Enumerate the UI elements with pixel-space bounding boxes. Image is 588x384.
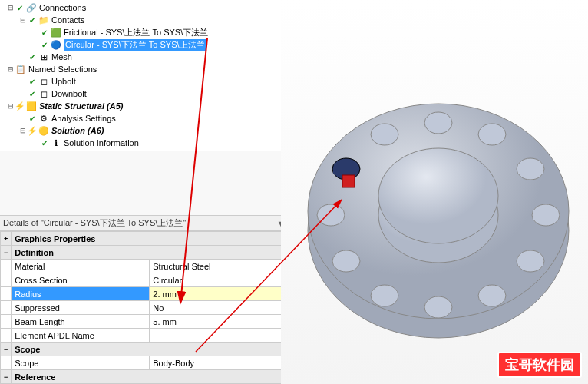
prop-label: Radius [12, 287, 150, 301]
selection-icon: ◻ [38, 88, 49, 99]
tree-label: Connections [39, 3, 86, 12]
tree-connections[interactable]: 🔗 Connections [0, 2, 322, 14]
tree-mesh[interactable]: ⊞ Mesh [0, 51, 322, 63]
row-radius[interactable]: Radius 2. mm [1, 287, 311, 301]
row-element-apdl[interactable]: Element APDL Name [1, 329, 311, 343]
svg-point-7 [532, 204, 560, 226]
details-title: Details of "Circular - SYS\下法兰 To SYS\上法… [3, 217, 276, 229]
selection-icon: ◻ [38, 76, 49, 87]
status-icon: ⚡ [28, 126, 37, 135]
selection-marker-icon [342, 175, 355, 187]
beam-icon: 🔵 [51, 39, 61, 50]
tree-solution-info[interactable]: ℹ Solution Information [0, 137, 322, 149]
section-label: Reference [12, 370, 311, 384]
check-icon [40, 138, 49, 147]
tree-analysis-settings[interactable]: ⚙ Analysis Settings [0, 112, 322, 124]
details-panel: Details of "Circular - SYS\下法兰 To SYS\上法… [0, 215, 311, 384]
svg-point-5 [478, 124, 506, 145]
section-label: Definition [12, 246, 311, 260]
section-label: Graphics Properties [12, 232, 311, 246]
tree-downbolt[interactable]: ◻ Downbolt [0, 88, 322, 100]
prop-label: Cross Section [12, 273, 150, 287]
row-cross-section[interactable]: Cross Section Circular [1, 273, 311, 287]
svg-point-11 [371, 285, 398, 306]
prop-label: Scope [12, 356, 150, 370]
svg-point-14 [371, 124, 398, 145]
tree-label: Solution (A6) [51, 126, 104, 135]
check-icon [28, 89, 37, 98]
collapse-icon[interactable]: − [1, 246, 12, 260]
tree-label: Named Selections [28, 65, 97, 74]
tree-label: Analysis Settings [51, 114, 116, 123]
status-icon: ⚡ [15, 101, 25, 111]
tree-circular[interactable]: 🔵 Circular - SYS\下法兰 To SYS\上法兰 [0, 38, 322, 51]
svg-point-4 [424, 112, 452, 134]
connections-icon: 🔗 [26, 2, 37, 13]
section-definition[interactable]: − Definition [1, 246, 311, 260]
solution-icon: 🟡 [38, 125, 49, 136]
check-icon [15, 3, 25, 12]
selection-marker-icon [333, 167, 339, 174]
collapse-icon[interactable]: − [1, 370, 12, 384]
check-icon [28, 15, 37, 25]
prop-label: Suppressed [12, 301, 150, 315]
tree-label: Contacts [51, 15, 84, 25]
tree-static-structural[interactable]: ⚡ 🟨 Static Structural (A5) [0, 100, 322, 112]
tree-solution[interactable]: ⚡ 🟡 Solution (A6) [0, 124, 322, 137]
static-icon: 🟨 [26, 101, 37, 111]
tree-label: Static Structural (A5) [39, 101, 123, 111]
contact-icon: 🟩 [51, 27, 61, 38]
collapse-icon[interactable] [18, 16, 28, 24]
section-graphics[interactable]: + Graphics Properties [1, 232, 311, 246]
check-icon [28, 52, 37, 61]
tree-label: Mesh [51, 52, 72, 61]
graphics-viewport[interactable] [281, 0, 588, 384]
row-beam-length[interactable]: Beam Length 5. mm [1, 315, 311, 329]
svg-point-6 [517, 158, 544, 180]
tree-label: Circular - SYS\下法兰 To SYS\上法兰 [64, 39, 206, 51]
folder-icon: 📁 [38, 15, 49, 25]
prop-label: Element APDL Name [12, 329, 150, 343]
tree-named-selections[interactable]: 📋 Named Selections [0, 63, 322, 75]
check-icon [40, 40, 49, 49]
property-table: + Graphics Properties − Definition Mater… [0, 231, 311, 384]
check-icon [40, 28, 49, 37]
row-scope[interactable]: Scope Body-Body [1, 356, 311, 370]
svg-point-10 [424, 296, 452, 318]
svg-point-9 [478, 285, 506, 306]
check-icon [28, 114, 37, 123]
row-suppressed[interactable]: Suppressed No [1, 301, 311, 315]
svg-point-12 [332, 250, 360, 272]
row-material[interactable]: Material Structural Steel [1, 260, 311, 273]
watermark: 宝哥软件园 [497, 352, 582, 378]
tree-frictional[interactable]: 🟩 Frictional - SYS\上法兰 To SYS\下法兰 [0, 26, 322, 38]
section-scope[interactable]: − Scope [1, 343, 311, 356]
tree-label: Upbolt [51, 77, 76, 86]
section-reference[interactable]: − Reference [1, 370, 311, 384]
svg-point-8 [517, 250, 544, 272]
tree-label: Downbolt [51, 89, 87, 98]
tree-upbolt[interactable]: ◻ Upbolt [0, 75, 322, 88]
collapse-icon[interactable]: − [1, 343, 12, 356]
outline-tree: 🔗 Connections 📁 Contacts 🟩 Frictional - … [0, 0, 322, 151]
svg-point-3 [378, 148, 498, 243]
info-icon: ℹ [51, 137, 61, 148]
mesh-icon: ⊞ [38, 51, 49, 62]
model-render [281, 0, 588, 384]
details-header: Details of "Circular - SYS\下法兰 To SYS\上法… [0, 216, 311, 231]
collapse-icon[interactable] [6, 4, 15, 12]
tree-label: Frictional - SYS\上法兰 To SYS\下法兰 [64, 27, 208, 38]
collapse-icon[interactable] [6, 65, 15, 73]
svg-point-13 [317, 204, 345, 226]
named-icon: 📋 [15, 64, 26, 74]
prop-label: Material [12, 260, 150, 273]
expand-icon[interactable]: + [1, 232, 12, 246]
prop-label: Beam Length [12, 315, 150, 329]
settings-icon: ⚙ [38, 113, 49, 124]
tree-contacts[interactable]: 📁 Contacts [0, 14, 322, 26]
tree-label: Solution Information [64, 138, 139, 147]
section-label: Scope [12, 343, 311, 356]
check-icon [28, 77, 37, 86]
